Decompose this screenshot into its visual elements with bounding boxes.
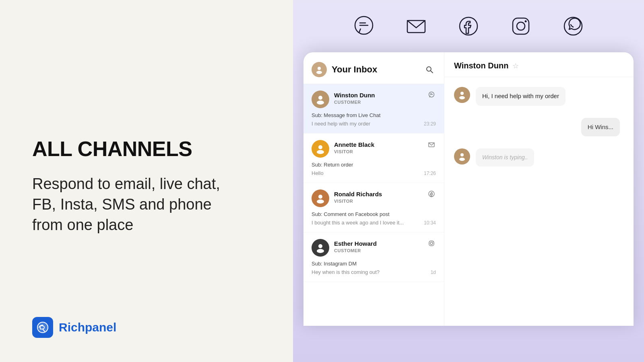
svg-line-2 bbox=[359, 29, 361, 33]
conv-name-3: Ronald Richards bbox=[334, 191, 382, 197]
conv-preview-4: Hey when is this coming out? bbox=[312, 269, 380, 275]
svg-point-21 bbox=[317, 200, 324, 204]
conv-avatar-3 bbox=[312, 189, 329, 207]
conversation-item-3[interactable]: Ronald Richards VISITOR bbox=[303, 183, 444, 232]
conv-channel-instagram-icon bbox=[427, 239, 436, 248]
conv-main-1: Winston Dunn CUSTOMER bbox=[334, 90, 436, 105]
msg-avatar-3 bbox=[454, 148, 470, 165]
svg-point-26 bbox=[430, 242, 433, 245]
svg-point-29 bbox=[459, 96, 465, 99]
conv-role-4: CUSTOMER bbox=[334, 248, 436, 253]
chat-contact-name: Winston Dunn bbox=[454, 61, 508, 70]
svg-point-27 bbox=[433, 241, 433, 242]
logo-area: Richpanel bbox=[32, 317, 261, 338]
instagram-channel-icon bbox=[507, 12, 535, 40]
conversation-item-1[interactable]: Winston Dunn CUSTOMER bbox=[303, 84, 444, 134]
star-button[interactable]: ☆ bbox=[512, 62, 519, 70]
svg-rect-5 bbox=[513, 18, 529, 34]
inbox-user-avatar bbox=[312, 62, 327, 77]
conv-time-2: 17:26 bbox=[424, 171, 436, 176]
conv-main-3: Ronald Richards VISITOR bbox=[334, 189, 436, 204]
svg-point-9 bbox=[318, 67, 321, 70]
conv-main-2: Annette Black VISITOR bbox=[334, 140, 436, 154]
typing-indicator: Winston is typing.. bbox=[476, 148, 534, 167]
facebook-channel-icon bbox=[454, 12, 483, 40]
conv-avatar-1 bbox=[312, 90, 329, 108]
conv-time-3: 10:34 bbox=[424, 220, 436, 226]
svg-point-6 bbox=[517, 22, 525, 30]
conv-preview-1: I need help with my order bbox=[312, 121, 370, 127]
conv-name-1: Winston Dunn bbox=[334, 92, 375, 99]
conv-preview-3: I bought this a week ago and I lovee it.… bbox=[312, 220, 404, 226]
svg-point-13 bbox=[318, 96, 322, 100]
conv-channel-email-icon bbox=[427, 140, 436, 149]
inbox-panel: Your Inbox bbox=[303, 52, 444, 326]
conv-channel-chat-icon bbox=[427, 90, 436, 99]
conversation-list: Winston Dunn CUSTOMER bbox=[303, 84, 444, 326]
message-row-2: Hi Wins... bbox=[454, 118, 624, 137]
whatsapp-channel-icon bbox=[559, 12, 587, 40]
left-panel: ALL CHANNELS Respond to email, live chat… bbox=[0, 0, 293, 362]
conv-subject-3: Sub: Comment on Facebook post bbox=[312, 211, 436, 217]
conv-role-1: CUSTOMER bbox=[334, 100, 436, 105]
logo-text: Richpanel bbox=[59, 321, 116, 334]
search-button[interactable] bbox=[423, 63, 436, 76]
svg-point-14 bbox=[317, 101, 324, 105]
conv-time-1: 23:29 bbox=[424, 121, 436, 127]
msg-avatar-1 bbox=[454, 87, 470, 103]
subtext: Respond to email, live chat, FB, Insta, … bbox=[32, 174, 242, 236]
inbox-header: Your Inbox bbox=[303, 52, 444, 84]
chat-header: Winston Dunn ☆ bbox=[444, 52, 634, 77]
conv-name-2: Annette Black bbox=[334, 141, 374, 148]
conv-time-4: 1d bbox=[431, 269, 436, 275]
conv-role-3: VISITOR bbox=[334, 199, 436, 204]
conv-subject-1: Sub: Message from Live Chat bbox=[312, 112, 436, 118]
svg-point-20 bbox=[318, 195, 322, 199]
message-row-3: Winston is typing.. bbox=[454, 148, 624, 167]
conv-avatar-4 bbox=[312, 239, 329, 257]
inbox-header-left: Your Inbox bbox=[312, 62, 377, 77]
conversation-item-4[interactable]: Esther Howard CUSTOMER bbox=[303, 232, 444, 282]
svg-point-18 bbox=[317, 150, 324, 154]
svg-point-23 bbox=[318, 244, 322, 248]
conv-subject-2: Sub: Return order bbox=[312, 162, 436, 168]
svg-point-10 bbox=[316, 71, 322, 74]
headline: ALL CHANNELS bbox=[32, 138, 261, 160]
left-content: ALL CHANNELS Respond to email, live chat… bbox=[32, 24, 261, 317]
svg-point-30 bbox=[460, 153, 464, 156]
svg-point-28 bbox=[460, 92, 464, 95]
conv-avatar-2 bbox=[312, 140, 329, 158]
channel-icons-row bbox=[293, 0, 644, 48]
reply-bubble-1: Hi Wins... bbox=[581, 118, 620, 137]
email-channel-icon bbox=[402, 12, 430, 40]
svg-point-31 bbox=[459, 158, 465, 161]
conv-role-2: VISITOR bbox=[334, 149, 436, 154]
conversation-item-2[interactable]: Annette Black VISITOR S bbox=[303, 134, 444, 183]
svg-line-12 bbox=[431, 71, 433, 73]
svg-point-17 bbox=[318, 145, 322, 149]
conv-subject-4: Sub: Instagram DM bbox=[312, 261, 436, 267]
conv-preview-2: Hello bbox=[312, 170, 324, 176]
right-panel: Your Inbox bbox=[293, 0, 644, 362]
svg-point-7 bbox=[525, 21, 527, 23]
svg-point-22 bbox=[429, 191, 434, 197]
conv-main-4: Esther Howard CUSTOMER bbox=[334, 239, 436, 253]
conv-name-4: Esther Howard bbox=[334, 240, 377, 247]
conv-channel-facebook-icon bbox=[427, 189, 436, 198]
chat-messages: Hi, I need help with my order Hi Wins...… bbox=[444, 77, 634, 326]
message-row-1: Hi, I need help with my order bbox=[454, 87, 624, 106]
chat-panel: Winston Dunn ☆ Hi, I need help with my o… bbox=[444, 52, 634, 326]
msg-bubble-1: Hi, I need help with my order bbox=[476, 87, 566, 106]
chat-channel-icon bbox=[350, 12, 378, 40]
app-mock: Your Inbox bbox=[303, 52, 634, 326]
svg-point-24 bbox=[317, 249, 324, 253]
richpanel-logo-icon bbox=[32, 317, 53, 338]
inbox-title: Your Inbox bbox=[332, 64, 377, 75]
